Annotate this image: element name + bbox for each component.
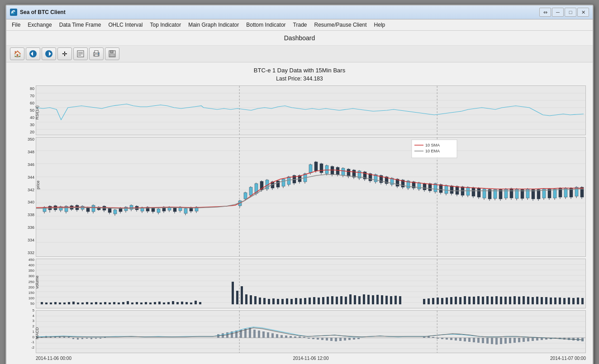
svg-rect-421 [518,338,520,342]
rsi-y-60: 60 [30,101,34,105]
svg-rect-365 [95,338,97,339]
svg-rect-329 [527,297,529,304]
svg-rect-238 [68,302,70,304]
svg-rect-232 [41,302,43,304]
svg-rect-85 [173,208,176,212]
app-icon: 🌊 [10,9,17,16]
macd-y-n2: -2 [31,345,34,350]
svg-rect-302 [385,296,388,304]
svg-rect-313 [455,297,457,304]
svg-rect-305 [399,296,401,304]
svg-rect-244 [95,302,97,304]
rsi-line [36,104,584,120]
svg-rect-332 [541,297,543,304]
menu-main-graph-indicator[interactable]: Main Graph Indicator [185,20,242,29]
svg-rect-121 [309,165,312,173]
svg-rect-267 [199,302,201,304]
menu-bottom-indicator[interactable]: Bottom Indicator [242,20,289,29]
save-button[interactable] [105,47,119,60]
svg-rect-411 [473,338,475,342]
svg-rect-255 [145,302,147,304]
back-button[interactable] [26,47,40,60]
macd-chart [36,310,586,353]
svg-rect-179 [466,187,470,195]
print-button[interactable] [89,47,104,60]
svg-rect-265 [190,303,192,304]
price-y-336: 336 [28,225,34,230]
svg-rect-261 [172,301,174,304]
svg-rect-131 [336,167,339,175]
svg-rect-276 [268,299,270,304]
menu-exchange[interactable]: Exchange [24,20,55,29]
svg-rect-424 [532,338,534,341]
svg-rect-385 [294,336,296,338]
svg-rect-392 [326,338,328,340]
svg-rect-79 [157,209,160,213]
svg-rect-360 [72,338,74,339]
home-button[interactable]: 🏠 [10,47,24,60]
svg-rect-384 [290,336,292,338]
svg-rect-269 [236,291,238,304]
svg-rect-264 [185,302,188,304]
rsi-y-30: 30 [30,123,34,127]
svg-rect-53 [86,208,90,212]
menu-file[interactable]: File [8,20,24,29]
svg-rect-291 [336,297,338,304]
svg-rect-239 [72,302,75,304]
svg-rect-366 [100,338,101,339]
menu-top-indicator[interactable]: Top Indicator [146,20,185,29]
menu-help[interactable]: Help [371,20,389,29]
vol-y-100: 100 [29,296,34,300]
svg-rect-309 [437,298,439,304]
menu-data-time-frame[interactable]: Data Time Frame [56,20,105,29]
svg-rect-378 [262,331,265,338]
svg-rect-282 [295,298,297,304]
dashboard-title: Dashboard [6,31,593,46]
menu-trade[interactable]: Trade [290,20,311,29]
crosshair-button[interactable]: ✛ [57,47,72,60]
svg-rect-330 [532,297,534,304]
svg-rect-246 [104,302,106,304]
svg-rect-77 [152,208,155,212]
svg-rect-250 [122,302,124,304]
minimize-button[interactable]: ─ [552,8,564,17]
price-y-340: 340 [28,200,34,204]
svg-rect-257 [154,302,156,304]
price-chart: 10 SMA 10 EMA [36,137,586,257]
svg-rect-13 [110,51,113,53]
close-button[interactable]: ✕ [577,8,589,17]
svg-rect-415 [491,338,493,344]
svg-rect-270 [241,286,243,304]
svg-rect-386 [299,336,301,338]
menu-resume-pause[interactable]: Resume/Pause Client [311,20,371,29]
menu-ohlc-interval[interactable]: OHLC Interval [105,20,146,29]
restore-button[interactable]: ⇔ [539,8,551,17]
svg-rect-401 [428,336,430,338]
svg-rect-361 [77,338,79,340]
legend-ema-label: 10 EMA [425,149,440,153]
candlestick-group [43,161,584,216]
rsi-label: RSI(14) [35,97,39,128]
svg-rect-271 [245,294,247,304]
title-bar-left: 🌊 Sea of BTC Client [10,9,66,16]
svg-rect-416 [495,338,498,345]
macd-y-n1: -1 [31,340,34,344]
svg-rect-297 [363,294,365,304]
svg-rect-237 [63,303,66,304]
svg-rect-389 [312,338,314,339]
svg-rect-319 [482,297,484,304]
vol-y-250: 250 [29,280,34,284]
svg-rect-289 [327,297,329,304]
rsi-y-20: 20 [30,130,34,134]
svg-rect-317 [473,297,475,304]
svg-rect-69 [130,205,133,209]
forward-button[interactable] [42,47,56,60]
svg-rect-420 [513,338,516,343]
svg-rect-318 [477,296,480,304]
svg-rect-169 [439,184,442,193]
svg-rect-422 [523,338,525,342]
svg-rect-283 [300,298,302,304]
svg-rect-111 [282,179,285,186]
edit-button[interactable] [73,47,88,60]
maximize-button[interactable]: □ [565,8,576,17]
